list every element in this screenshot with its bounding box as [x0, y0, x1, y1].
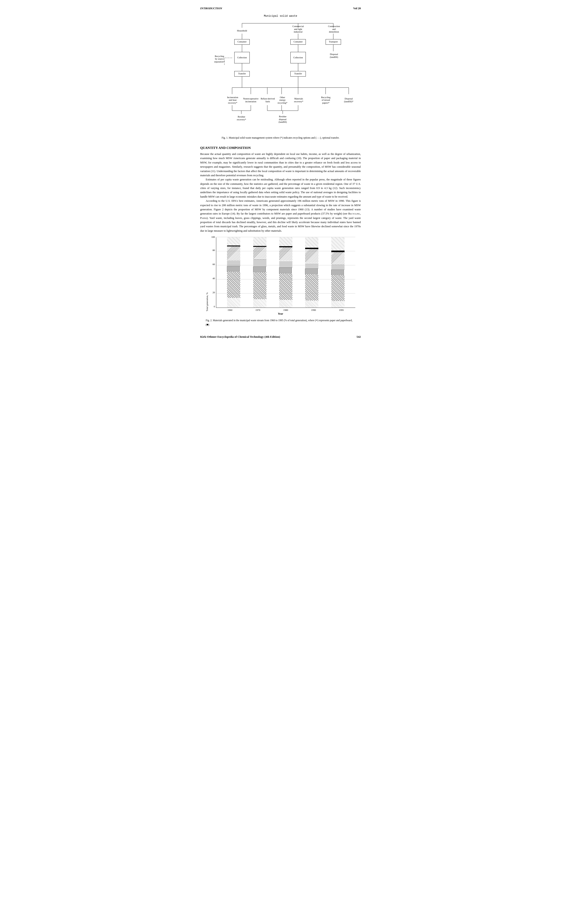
chart-caption-text: Fig. 2. Materials generated in the munic…	[206, 319, 352, 326]
x-tick-1990: 1990	[307, 308, 320, 311]
flow-box-transfer-commercial: Transfer	[290, 71, 306, 76]
x-axis-title: Year	[206, 312, 355, 315]
x-tick-1980: 1980	[279, 308, 292, 311]
seg-other-1980	[279, 237, 292, 246]
bar-1980	[279, 237, 292, 308]
bar-1960	[227, 237, 240, 308]
bar-1990	[305, 237, 318, 308]
seg-metal-1960	[227, 266, 240, 272]
flow-box-container-commercial: Container	[290, 39, 306, 45]
y-tick-60: 60	[210, 263, 215, 266]
flow-label-commercial: Commercialand lightindustrial	[288, 25, 308, 34]
seg-paper-1995	[332, 275, 345, 301]
flow-diagram: Household Commercialand lightindustrial …	[204, 20, 357, 134]
seg-yard-1970	[253, 247, 266, 260]
flow-label-materials: Materialsrecovery*	[291, 94, 306, 106]
flow-box-collection-commercial: Collection	[290, 52, 306, 63]
seg-paper-1980	[279, 273, 292, 300]
seg-food-1960	[227, 298, 240, 308]
header-volume: Vol 20	[353, 7, 361, 10]
flow-diagram-caption: Fig. 1. Municipal solid waste management…	[209, 136, 352, 140]
seg-glass-1995	[332, 265, 345, 270]
seg-other-1990	[305, 237, 318, 248]
seg-other-1960	[227, 237, 240, 246]
section-heading: QUANTITY AND COMPOSITION	[200, 146, 361, 150]
flow-label-residue-recovery: Residuerecovery*	[231, 114, 252, 123]
flow-box-transfer-household: Transfer	[234, 71, 250, 76]
y-tick-100: 100	[210, 236, 215, 238]
y-tick-40: 40	[210, 277, 215, 280]
flow-label-disposal-landfill-bottom: Disposal(landfill)*	[340, 94, 357, 106]
seg-glass-1960	[227, 261, 240, 266]
flow-label-incineration: Incinerationand heatrecovery*	[223, 94, 242, 106]
seg-glass-1980	[279, 261, 292, 267]
seg-yard-1960	[227, 246, 240, 261]
bar-1970	[253, 237, 266, 308]
seg-paper-1970	[253, 272, 266, 299]
page-footer: Kirk-Othmer Encyclopedia of Chemical Tec…	[200, 333, 361, 339]
chart-area: Total generation, % 0 20 40 60 80 100	[206, 237, 355, 311]
x-tick-1960: 1960	[223, 308, 237, 311]
flow-label-recycling-source: Recyclingby sourceseparation*	[208, 52, 231, 66]
chart-container: Total generation, % 0 20 40 60 80 100	[206, 237, 355, 327]
flow-diagram-title: Municipal solid waste	[204, 15, 357, 18]
seg-food2-1995	[332, 250, 345, 252]
chart-inner: 0 20 40 60 80 100	[210, 237, 355, 311]
seg-glass-1990	[305, 263, 318, 268]
flow-box-container-household: Container	[234, 39, 250, 45]
seg-yard-1980	[279, 247, 292, 261]
flow-box-collection-household: Collection	[234, 52, 250, 63]
chart-caption: Fig. 2. Materials generated in the munic…	[206, 318, 355, 327]
flow-label-refuse: Refuse-derivedfuels	[260, 94, 275, 106]
flow-diagram-container: Municipal solid waste	[204, 15, 357, 140]
body-text: Because the actual quantity and composit…	[200, 152, 361, 233]
seg-yard-1995	[332, 252, 345, 265]
bar-1995	[332, 237, 345, 308]
footer-left: Kirk-Othmer Encyclopedia of Chemical Tec…	[200, 335, 280, 339]
flow-box-transport: Transport	[326, 39, 341, 45]
seg-paper-1990	[305, 274, 318, 300]
header-section: INTRODUCTION	[200, 7, 222, 10]
seg-food-1990	[305, 300, 318, 308]
body-paragraph-3: According to the U.S. EPA's best estimat…	[200, 199, 361, 233]
flow-label-household: Household	[232, 28, 252, 34]
page-header: INTRODUCTION Vol 20	[200, 7, 361, 10]
seg-glass-1970	[253, 260, 266, 267]
seg-other-1995	[332, 237, 345, 250]
seg-metal-1970	[253, 267, 266, 272]
seg-metal-1990	[305, 268, 318, 274]
seg-food-1970	[253, 299, 266, 308]
x-tick-1970: 1970	[251, 308, 264, 311]
seg-food-1980	[279, 300, 292, 308]
body-paragraph-1: Because the actual quantity and composit…	[200, 152, 361, 177]
seg-food-1995	[332, 301, 345, 308]
flow-label-disposal-landfill-top: Disposal(landfill)	[324, 52, 344, 60]
seg-metal-1980	[279, 267, 292, 273]
bars-row	[216, 237, 355, 308]
y-tick-80: 80	[210, 249, 215, 252]
flow-label-nonrecup: Nonrecuperativeincineration	[242, 94, 260, 106]
flow-label-construction: Constructionanddemolition	[324, 25, 344, 34]
footer-right: 542	[357, 335, 361, 339]
y-tick-20: 20	[210, 291, 215, 294]
flow-label-recycling-mixed: Recyclingof mixedpapers*	[317, 94, 335, 106]
flow-label-residue-disposal: Residuedisposal(landfill)	[273, 114, 292, 125]
y-axis-label: Total generation, %	[206, 292, 208, 311]
seg-yard-1990	[305, 249, 318, 263]
body-paragraph-2: Estimates of per capita waste generation…	[200, 177, 361, 199]
flow-label-other-energy: Otherenergyrecycling*	[276, 94, 289, 106]
seg-metal-1995	[332, 270, 345, 275]
x-tick-1995: 1995	[335, 308, 348, 311]
seg-paper-1960	[227, 272, 240, 298]
y-tick-0: 0	[210, 305, 215, 308]
seg-other-1970	[253, 237, 266, 246]
